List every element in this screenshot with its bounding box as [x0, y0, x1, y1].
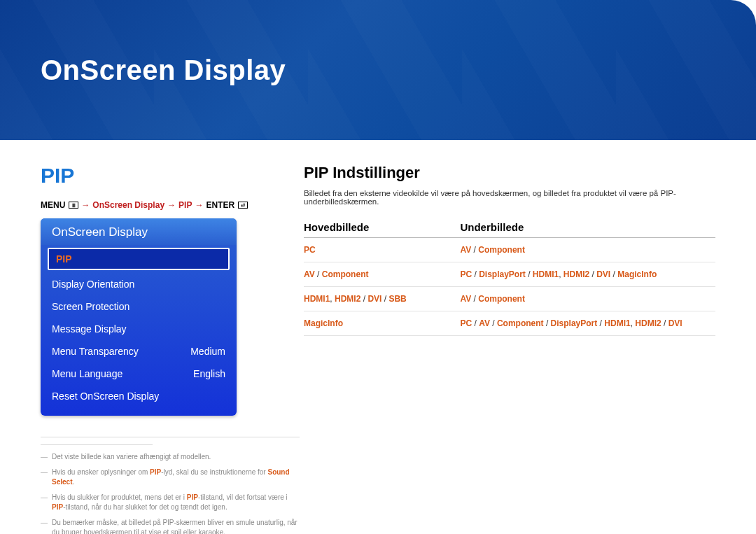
- source-label: DisplayPort: [551, 318, 598, 328]
- cell-sub: PC / AV / Component / DisplayPort / HDMI…: [460, 311, 715, 336]
- separator: /: [526, 269, 533, 279]
- osd-item-label: Screen Protection: [52, 301, 130, 312]
- osd-panel: OnScreen Display PIPDisplay OrientationS…: [41, 218, 237, 416]
- source-label: HDMI2: [564, 269, 589, 279]
- breadcrumb-menu: MENU: [41, 200, 65, 210]
- breadcrumb-seg2: PIP: [178, 200, 192, 210]
- osd-item-label: Menu Transparency: [52, 346, 139, 357]
- footnote: Hvis du slukker for produktet, mens det …: [41, 493, 300, 512]
- separator: /: [597, 318, 604, 328]
- osd-item-menu-transparency[interactable]: Menu TransparencyMedium: [41, 340, 237, 363]
- source-label: Component: [478, 294, 525, 304]
- arrow-icon: →: [81, 200, 90, 210]
- col-header-sub: Underbillede: [460, 221, 715, 238]
- section-title-pip: PIP: [41, 164, 272, 188]
- separator: /: [490, 318, 497, 328]
- source-label: AV: [479, 318, 490, 328]
- source-label: Component: [322, 269, 369, 279]
- osd-item-reset-onscreen-display[interactable]: Reset OnScreen Display: [41, 385, 237, 407]
- source-label: Component: [478, 245, 525, 255]
- osd-item-value: English: [193, 368, 225, 379]
- source-label: PC: [304, 245, 316, 255]
- osd-item-label: Display Orientation: [52, 279, 134, 290]
- separator: /: [315, 269, 322, 279]
- source-label: AV: [304, 269, 315, 279]
- separator: /: [662, 318, 668, 328]
- breadcrumb-enter: ENTER: [206, 200, 234, 210]
- divider: [41, 444, 153, 445]
- left-column: PIP MENU Ⅲ → OnScreen Display → PIP → EN…: [41, 164, 272, 534]
- separator: /: [471, 294, 478, 304]
- page-header: OnScreen Display: [0, 0, 756, 140]
- col-header-main: Hovedbillede: [304, 221, 460, 238]
- breadcrumb-seg1: OnScreen Display: [92, 200, 164, 210]
- separator: /: [610, 269, 617, 279]
- arrow-icon: →: [167, 200, 176, 210]
- osd-item-label: Reset OnScreen Display: [52, 391, 159, 402]
- table-row: PCAV / Component: [304, 238, 715, 262]
- arrow-icon: →: [195, 200, 203, 210]
- page: OnScreen Display PIP MENU Ⅲ → OnScreen D…: [0, 0, 756, 534]
- settings-intro: Billedet fra den eksterne videokilde vil…: [304, 189, 715, 206]
- cell-sub: PC / DisplayPort / HDMI1, HDMI2 / DVI / …: [460, 262, 715, 287]
- enter-icon: ⏎: [238, 202, 248, 209]
- cell-main: PC: [304, 238, 460, 262]
- source-label: HDMI1: [604, 318, 630, 328]
- osd-item-menu-language[interactable]: Menu LanguageEnglish: [41, 363, 237, 385]
- source-label: AV: [460, 294, 471, 304]
- cell-main: HDMI1, HDMI2 / DVI / SBB: [304, 287, 460, 311]
- cell-main: MagicInfo: [304, 311, 460, 336]
- separator: /: [382, 294, 388, 304]
- source-label: DVI: [668, 318, 682, 328]
- osd-panel-heading: OnScreen Display: [41, 218, 237, 245]
- source-label: MagicInfo: [304, 318, 343, 328]
- osd-item-label: Menu Language: [52, 368, 122, 379]
- footnote: Du bemærker måske, at billedet på PIP-sk…: [41, 518, 300, 534]
- page-title: OnScreen Display: [41, 55, 286, 86]
- osd-item-display-orientation[interactable]: Display Orientation: [41, 273, 237, 295]
- osd-item-pip[interactable]: PIP: [48, 248, 230, 270]
- menu-icon: Ⅲ: [69, 202, 78, 209]
- source-label: HDMI2: [335, 294, 360, 304]
- osd-item-label: PIP: [56, 253, 72, 265]
- source-label: DVI: [596, 269, 610, 279]
- source-label: Component: [497, 318, 544, 328]
- source-label: PC: [460, 269, 472, 279]
- osd-item-message-display[interactable]: Message Display: [41, 318, 237, 340]
- separator: /: [471, 245, 478, 255]
- source-label: AV: [460, 245, 471, 255]
- source-label: PC: [460, 318, 472, 328]
- separator: /: [472, 318, 479, 328]
- source-label: HDMI1: [533, 269, 559, 279]
- separator: ,: [330, 294, 335, 304]
- source-label: MagicInfo: [617, 269, 657, 279]
- source-label: HDMI1: [304, 294, 330, 304]
- content-area: PIP MENU Ⅲ → OnScreen Display → PIP → EN…: [0, 140, 756, 534]
- separator: ,: [559, 269, 564, 279]
- separator: /: [360, 294, 368, 304]
- separator: /: [472, 269, 479, 279]
- footnote: Det viste billede kan variere afhængigt …: [41, 452, 300, 462]
- footnotes: Det viste billede kan variere afhængigt …: [41, 437, 300, 534]
- cell-sub: AV / Component: [460, 287, 715, 311]
- source-label: HDMI2: [635, 318, 661, 328]
- pip-table: Hovedbillede Underbillede PCAV / Compone…: [304, 221, 715, 336]
- footnote: Hvis du ønsker oplysninger om PIP-lyd, s…: [41, 468, 300, 487]
- settings-heading: PIP Indstillinger: [304, 164, 715, 182]
- osd-item-label: Message Display: [52, 323, 127, 335]
- separator: /: [544, 318, 551, 328]
- table-row: MagicInfoPC / AV / Component / DisplayPo…: [304, 311, 715, 336]
- osd-item-screen-protection[interactable]: Screen Protection: [41, 295, 237, 318]
- source-label: SBB: [388, 294, 406, 304]
- cell-sub: AV / Component: [460, 238, 715, 262]
- separator: /: [589, 269, 596, 279]
- source-label: DVI: [368, 294, 382, 304]
- table-row: HDMI1, HDMI2 / DVI / SBBAV / Component: [304, 287, 715, 311]
- breadcrumb: MENU Ⅲ → OnScreen Display → PIP → ENTER …: [41, 200, 272, 210]
- source-label: DisplayPort: [479, 269, 526, 279]
- osd-item-value: Medium: [190, 346, 225, 357]
- table-row: AV / ComponentPC / DisplayPort / HDMI1, …: [304, 262, 715, 287]
- cell-main: AV / Component: [304, 262, 460, 287]
- right-column: PIP Indstillinger Billedet fra den ekste…: [304, 164, 715, 534]
